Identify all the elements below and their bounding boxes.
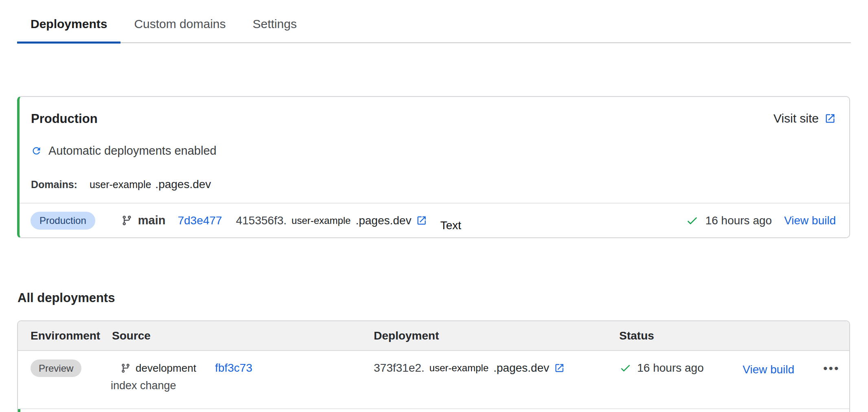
production-row-status: 16 hours ago View build	[686, 214, 836, 227]
deployments-table: Environment Source Deployment Status Pre…	[17, 320, 850, 412]
commit-message: index change	[111, 379, 374, 392]
success-check-icon	[686, 214, 699, 227]
branch-name: development	[136, 362, 196, 375]
status-cell: 16 hours ago	[619, 362, 743, 375]
deployment-domain: user-example	[292, 215, 351, 226]
preview-badge: Preview	[31, 359, 81, 377]
table-row: Preview development fbf3c73 index change…	[18, 351, 849, 409]
deployment-id: 415356f3.	[236, 214, 287, 227]
production-card-header: Production Visit site	[20, 97, 849, 126]
commit-hash-link[interactable]: 7d3e477	[178, 214, 222, 227]
tab-bar: Deployments Custom domains Settings	[17, 11, 851, 43]
more-options-button[interactable]: •••	[823, 362, 840, 375]
automatic-deployments-status: Automatic deployments enabled	[31, 144, 849, 158]
git-branch-icon	[121, 215, 132, 226]
view-build-link[interactable]: View build	[743, 363, 794, 376]
column-environment: Environment	[31, 329, 112, 342]
actions-cell: •••	[823, 362, 849, 375]
deployment-domain-suffix: .pages.dev	[493, 362, 549, 375]
deployment-cell: 373f31e2. user-example .pages.dev	[374, 362, 619, 375]
deployment-domain-suffix: .pages.dev	[355, 214, 411, 227]
domains-line: Domains: user-example .pages.dev	[31, 178, 849, 191]
deployments-table-header: Environment Source Deployment Status	[18, 321, 849, 351]
refresh-icon	[31, 145, 42, 156]
branch-name: main	[138, 214, 166, 227]
column-deployment: Deployment	[374, 329, 619, 342]
visit-site-label: Visit site	[774, 112, 819, 125]
automatic-deployments-text: Automatic deployments enabled	[48, 144, 217, 158]
tab-deployments[interactable]: Deployments	[17, 11, 121, 42]
visit-site-link[interactable]: Visit site	[774, 112, 836, 125]
production-deployment-row: Production main 7d3e477 415356f3. user-e…	[20, 203, 849, 237]
view-build-cell: View build	[743, 362, 823, 376]
all-deployments-heading: All deployments	[18, 291, 115, 305]
view-build-link[interactable]: View build	[784, 214, 836, 227]
domain-suffix: .pages.dev	[155, 178, 211, 191]
git-branch-icon	[121, 363, 131, 373]
domains-label: Domains:	[31, 179, 77, 191]
column-source: Source	[112, 329, 374, 342]
text-annotation: Text	[440, 219, 461, 232]
tab-custom-domains[interactable]: Custom domains	[121, 11, 239, 42]
production-card: Production Visit site Automatic deployme…	[17, 96, 850, 238]
domain-name: user-example	[90, 179, 151, 191]
commit-hash-link[interactable]: fbf3c73	[215, 362, 252, 375]
next-row-production-indicator	[18, 409, 849, 412]
external-link-icon[interactable]	[416, 215, 427, 226]
tab-settings[interactable]: Settings	[239, 11, 310, 42]
external-link-icon	[824, 113, 836, 124]
environment-cell: Preview	[31, 362, 112, 408]
source-cell: development fbf3c73 index change	[112, 362, 374, 408]
deployment-domain: user-example	[430, 362, 489, 374]
deployment-time: 16 hours ago	[705, 214, 772, 227]
column-status: Status	[619, 329, 849, 342]
production-title: Production	[31, 112, 98, 126]
deployment-id: 373f31e2.	[374, 362, 425, 375]
external-link-icon[interactable]	[554, 363, 565, 373]
deployment-time: 16 hours ago	[637, 362, 704, 375]
production-badge: Production	[31, 212, 95, 230]
success-check-icon	[619, 362, 631, 374]
